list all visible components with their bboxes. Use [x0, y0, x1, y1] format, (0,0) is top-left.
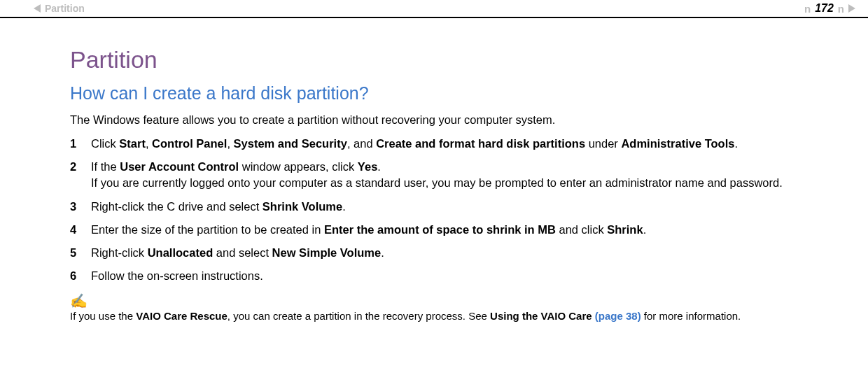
step-2: If the User Account Control window appea…: [70, 159, 819, 191]
breadcrumb-text: Partition: [45, 3, 85, 14]
section-title: Partition: [70, 46, 819, 73]
steps-list: Click Start, Control Panel, System and S…: [70, 136, 819, 284]
note-block: ✍ If you use the VAIO Care Rescue, you c…: [70, 294, 819, 323]
n-letter-right: n: [838, 3, 844, 15]
cross-reference-link[interactable]: (page 38): [592, 310, 641, 322]
page-content: Partition How can I create a hard disk p…: [0, 18, 868, 323]
question-heading: How can I create a hard disk partition?: [70, 83, 819, 104]
step-6: Follow the on-screen instructions.: [70, 268, 819, 284]
step-3: Right-click the C drive and select Shrin…: [70, 199, 819, 215]
n-letter-left: n: [804, 3, 811, 15]
header-left-group: Partition: [34, 3, 85, 14]
page-header: Partition n 172 n: [0, 0, 868, 18]
note-text: If you use the VAIO Care Rescue, you can…: [70, 309, 819, 323]
prev-page-icon[interactable]: [34, 4, 41, 13]
header-right-group: n 172 n: [803, 2, 855, 15]
step-4: Enter the size of the partition to be cr…: [70, 222, 819, 238]
step-5: Right-click Unallocated and select New S…: [70, 245, 819, 261]
page-number: 172: [815, 2, 834, 15]
step-1: Click Start, Control Panel, System and S…: [70, 136, 819, 152]
intro-paragraph: The Windows feature allows you to create…: [70, 112, 819, 127]
next-page-icon[interactable]: [848, 4, 855, 13]
pencil-note-icon: ✍: [70, 294, 819, 308]
page-container: Partition n 172 n Partition How can I cr…: [0, 0, 868, 323]
